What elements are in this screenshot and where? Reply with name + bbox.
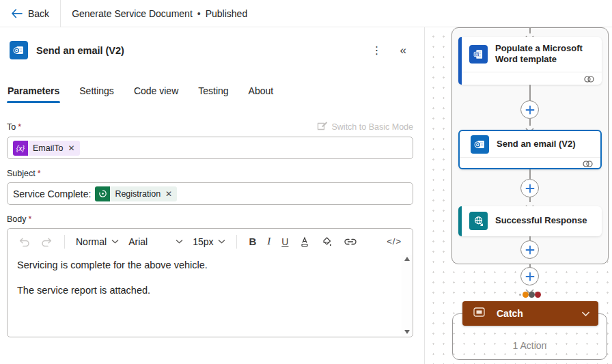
- svg-text:W: W: [475, 52, 478, 56]
- token-label: Registration: [115, 189, 161, 199]
- remove-token-icon[interactable]: ✕: [165, 189, 172, 199]
- run-after-dot-failed: [535, 292, 541, 298]
- outlook-icon: [10, 41, 28, 59]
- code-view-icon[interactable]: </>: [382, 234, 406, 249]
- subject-input[interactable]: Service Complete: Registration ✕: [7, 182, 413, 205]
- run-after-dot-timedout: [523, 292, 529, 298]
- body-paragraph: The service report is attached.: [17, 285, 396, 296]
- back-button[interactable]: Back: [0, 0, 60, 27]
- breadcrumb: Generate Service Document • Published: [61, 8, 247, 19]
- paragraph-style-dropdown[interactable]: Normal: [72, 234, 122, 250]
- catch-action-count: 1 Action: [513, 340, 547, 351]
- panel-tabs: Parameters Settings Code view Testing Ab…: [0, 80, 424, 103]
- back-arrow-icon: [11, 9, 23, 18]
- to-label: To*: [7, 122, 21, 132]
- connection-icon[interactable]: [582, 158, 594, 171]
- connection-icon[interactable]: [583, 74, 595, 86]
- required-asterisk: *: [38, 169, 41, 178]
- flow-name: Generate Service Document: [72, 8, 193, 19]
- tab-code-view[interactable]: Code view: [133, 80, 179, 103]
- run-after-dot-skipped: [529, 292, 535, 298]
- token-emailto[interactable]: {x} EmailTo ✕: [13, 141, 80, 156]
- action-title: Send an email (V2): [36, 45, 124, 56]
- tab-parameters[interactable]: Parameters: [7, 80, 60, 103]
- rte-toolbar: Normal Arial 15px B I U: [8, 229, 413, 254]
- dataverse-token-icon: [95, 186, 110, 201]
- insert-action-button[interactable]: [520, 100, 539, 119]
- redo-icon[interactable]: [37, 234, 57, 249]
- body-text[interactable]: Servicing is complete for the above vehi…: [8, 254, 413, 296]
- insert-action-button[interactable]: [520, 267, 539, 285]
- token-registration[interactable]: Registration ✕: [95, 186, 177, 201]
- font-family-dropdown[interactable]: Arial: [125, 234, 186, 250]
- remove-token-icon[interactable]: ✕: [68, 143, 74, 153]
- respond-icon: [469, 212, 488, 230]
- card-accent-bar: [458, 206, 462, 236]
- back-label: Back: [28, 8, 49, 19]
- body-scrollbar[interactable]: [402, 255, 412, 336]
- panel-header: Send an email (V2) ⋮ «: [0, 27, 424, 59]
- edit-mode-icon: [317, 121, 328, 132]
- highlight-color-icon[interactable]: [317, 234, 337, 250]
- font-color-icon[interactable]: [295, 234, 314, 250]
- catch-label: Catch: [497, 308, 523, 319]
- catch-scope-header[interactable]: Catch: [462, 301, 598, 326]
- status-bullet: •: [197, 8, 201, 19]
- word-icon: W: [469, 45, 488, 64]
- action-parameters-panel: Send an email (V2) ⋮ « Parameters Settin…: [0, 27, 425, 364]
- flow-canvas[interactable]: W Populate a Microsoft Word template: [425, 27, 612, 364]
- card-title: Send an email (V2): [497, 139, 576, 150]
- underline-button[interactable]: U: [277, 234, 292, 250]
- flow-status: Published: [206, 8, 248, 19]
- collapse-panel-icon[interactable]: «: [396, 43, 411, 57]
- required-asterisk: *: [29, 214, 32, 224]
- token-label: EmailTo: [33, 143, 63, 153]
- body-label: Body*: [7, 214, 31, 224]
- card-title: Populate a Microsoft Word template: [495, 43, 595, 66]
- body-paragraph: Servicing is complete for the above vehi…: [17, 260, 396, 270]
- bold-button[interactable]: B: [245, 233, 260, 250]
- scroll-up-icon[interactable]: [404, 257, 410, 261]
- chevron-down-icon[interactable]: [581, 307, 590, 320]
- subject-label: Subject*: [7, 169, 41, 178]
- connector-line: [529, 169, 531, 179]
- required-asterisk: *: [18, 122, 21, 132]
- card-accent-bar: [458, 37, 462, 85]
- expression-token-icon: {x}: [13, 141, 28, 156]
- action-card-send-an-email[interactable]: Send an email (V2): [458, 130, 602, 169]
- undo-icon[interactable]: [14, 234, 34, 249]
- action-card-successful-response[interactable]: Successful Response: [458, 206, 602, 236]
- card-title: Successful Response: [495, 215, 587, 226]
- more-options-icon[interactable]: ⋮: [367, 44, 387, 57]
- font-size-dropdown[interactable]: 15px: [189, 234, 229, 250]
- outlook-icon: [471, 135, 489, 154]
- tab-settings[interactable]: Settings: [79, 80, 115, 103]
- action-card-populate-word-template[interactable]: W Populate a Microsoft Word template: [458, 37, 602, 85]
- scope-icon: [473, 307, 485, 320]
- tab-testing[interactable]: Testing: [197, 80, 229, 103]
- italic-button[interactable]: I: [263, 233, 275, 250]
- top-bar: Back Generate Service Document • Publish…: [0, 0, 612, 27]
- to-input[interactable]: {x} EmailTo ✕: [7, 137, 413, 159]
- connector-line: [529, 85, 531, 101]
- parameters-form: To* Switch to Basic Mode {x} EmailTo ✕: [0, 121, 424, 337]
- subject-text: Service Complete:: [13, 188, 91, 199]
- body-rich-text-editor[interactable]: Normal Arial 15px B I U: [7, 228, 413, 337]
- insert-action-button[interactable]: [520, 179, 539, 197]
- tab-about[interactable]: About: [248, 80, 275, 103]
- insert-link-icon[interactable]: [339, 235, 361, 249]
- switch-to-basic-mode-button[interactable]: Switch to Basic Mode: [317, 121, 414, 132]
- run-after-dot-small: [519, 294, 521, 296]
- insert-action-button[interactable]: [520, 240, 539, 259]
- scroll-down-icon[interactable]: [404, 330, 410, 334]
